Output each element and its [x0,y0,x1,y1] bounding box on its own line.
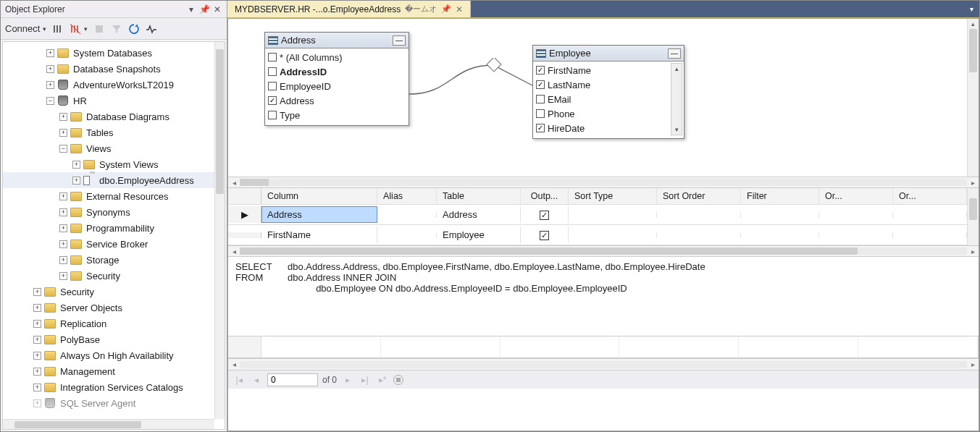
expand-icon[interactable]: + [59,240,67,248]
grid-header-sortorder[interactable]: Sort Order [657,188,741,204]
cell-table[interactable]: Address [437,206,521,223]
diagram-table-employee[interactable]: Employee — ▴▾ FirstNameLastNameEMailPhon… [532,45,684,139]
column-checkbox[interactable] [536,95,545,103]
cell-filter[interactable] [741,232,819,238]
expand-icon[interactable]: + [59,192,67,200]
table-column[interactable]: LastName [536,77,668,92]
results-pane[interactable] [228,336,979,358]
column-checkbox[interactable] [536,109,545,118]
tree-node[interactable]: +System Databases [3,45,214,61]
close-icon[interactable]: ✕ [212,4,222,14]
output-checkbox[interactable] [540,231,549,240]
criteria-grid-pane[interactable]: Column Alias Table Outp... Sort Type Sor… [228,188,979,245]
nav-stop-icon[interactable] [393,375,403,385]
tree-node[interactable]: +Database Diagrams [3,109,214,124]
pin-icon[interactable]: 📌 [199,4,209,14]
tree-vertical-scrollbar[interactable] [214,42,225,419]
cell-or[interactable] [819,212,893,218]
grid-header-alias[interactable]: Alias [377,188,437,204]
tree-node[interactable]: +Security [3,284,214,300]
nav-first-icon[interactable]: |◂ [233,373,246,386]
cell-alias[interactable] [377,232,437,238]
expand-icon[interactable]: + [33,384,41,391]
expand-icon[interactable]: + [59,113,67,121]
column-checkbox[interactable] [536,124,545,132]
nav-new-icon[interactable]: ▸* [376,373,389,386]
refresh-icon[interactable] [128,23,140,35]
expand-icon[interactable]: + [33,336,41,344]
column-checkbox[interactable] [536,80,545,89]
grid-row[interactable]: ▶AddressAddress [228,205,967,225]
table-column[interactable]: Address [268,93,406,108]
tree-node[interactable]: +Database Snapshots [3,61,214,77]
table-column[interactable]: EMail [536,92,668,106]
output-checkbox[interactable] [540,211,549,220]
sql-pane[interactable]: SELECTdbo.Address.Address, dbo.Employee.… [228,257,979,336]
tab-pin-icon2[interactable]: 📌 [441,4,451,14]
grid-header-output[interactable]: Outp... [521,188,569,204]
column-checkbox[interactable] [268,53,277,62]
expand-icon[interactable]: + [33,399,41,407]
table-column[interactable]: FirstName [536,63,668,77]
table-column[interactable]: AddressID [268,64,406,79]
tree-node[interactable]: +Synonyms [3,204,214,220]
connect-button[interactable]: Connect [5,23,46,34]
column-checkbox[interactable] [268,82,277,90]
grid-header-column[interactable]: Column [261,188,377,204]
tree-node[interactable]: +SQL Server Agent [3,395,214,411]
expand-icon[interactable]: + [59,256,67,264]
diagram-horizontal-scrollbar[interactable]: ◂▸ [228,177,979,188]
cell-filter[interactable] [741,212,819,218]
tree-node[interactable]: +AdventureWorksLT2019 [3,77,214,93]
table-column[interactable]: * (All Columns) [268,50,406,64]
tree-node[interactable]: −HR [3,93,214,109]
tree-node[interactable]: +dbo.EmployeeAddress [3,172,214,188]
tree-node[interactable]: +External Resources [3,188,214,204]
tree-node[interactable]: +PolyBase [3,331,214,347]
grid-row[interactable]: FirstNameEmployee [228,225,967,245]
cell-column[interactable]: Address [261,206,377,223]
diagram-table-address[interactable]: Address — * (All Columns)AddressIDEmploy… [264,32,409,126]
grid-header-table[interactable]: Table [437,188,521,204]
column-checkbox[interactable] [268,96,277,105]
join-relationship-line[interactable] [408,58,535,101]
grid-horizontal-scrollbar[interactable]: ◂▸ [228,245,979,257]
cell-column[interactable]: FirstName [261,226,377,243]
expand-icon[interactable]: + [59,272,67,280]
cell-or[interactable] [893,212,967,218]
grid-header-sorttype[interactable]: Sort Type [569,188,657,204]
cell-sortorder[interactable] [657,232,741,238]
tree-node[interactable]: −Views [3,140,214,156]
table-minimize-icon[interactable]: — [393,35,406,46]
expand-icon[interactable]: + [33,368,41,376]
expand-icon[interactable]: + [59,208,67,216]
grid-header-filter[interactable]: Filter [741,188,819,204]
diagram-pane[interactable]: Address — * (All Columns)AddressIDEmploy… [228,19,979,177]
tree-node[interactable]: +Tables [3,124,214,140]
nav-position-input[interactable] [267,373,318,386]
grid-vertical-scrollbar[interactable] [967,188,979,245]
grid-header-or2[interactable]: Or... [893,188,967,204]
tree-node[interactable]: +Service Broker [3,236,214,252]
tabstrip-overflow-icon[interactable]: ▾ [963,1,979,17]
cell-output[interactable] [521,206,569,223]
table-column[interactable]: Type [268,108,406,122]
expand-icon[interactable]: + [33,304,41,312]
tree-node[interactable]: +Replication [3,315,214,331]
row-header[interactable] [228,232,261,238]
nav-last-icon[interactable]: ▸| [359,373,372,386]
disconnect-all-icon[interactable] [70,23,88,35]
object-explorer-tree[interactable]: +System Databases+Database Snapshots+Adv… [2,41,225,430]
nav-next-icon[interactable]: ▸ [341,373,354,386]
tab-view-designer[interactable]: MYDBSERVER.HR -...o.EmployeeAddress �ームオ… [227,1,471,17]
tree-node[interactable]: +Security [3,268,214,284]
column-checkbox[interactable] [536,66,545,75]
window-position-icon[interactable]: ▾ [186,4,196,14]
table-column[interactable]: Phone [536,106,668,121]
cell-table[interactable]: Employee [437,226,521,243]
object-explorer-titlebar[interactable]: Object Explorer ▾ 📌 ✕ [1,1,227,18]
tree-node[interactable]: +Management [3,363,214,379]
activity-monitor-icon[interactable] [146,23,157,35]
expand-icon[interactable]: + [33,288,41,296]
expand-icon[interactable]: + [72,161,80,169]
